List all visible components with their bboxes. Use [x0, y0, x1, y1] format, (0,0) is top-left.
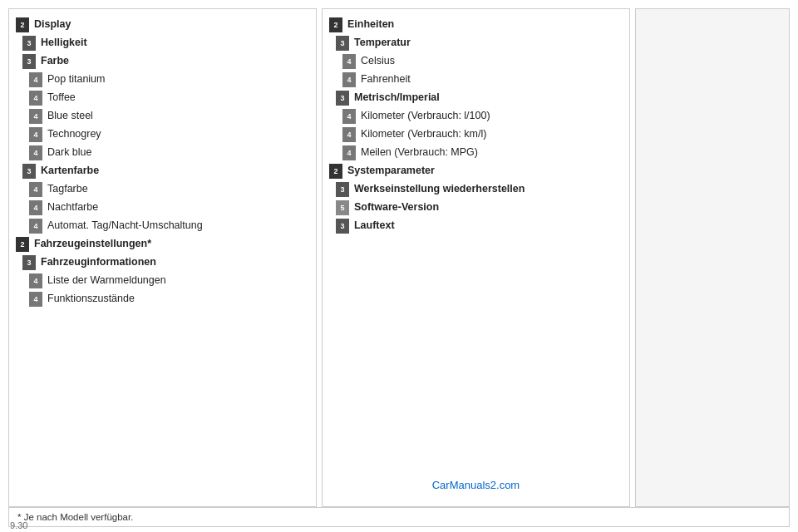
middle-column: 2Einheiten3Temperatur4Celsius4Fahrenheit… — [322, 8, 630, 507]
level-badge: 4 — [29, 273, 42, 288]
level-badge: 3 — [336, 91, 349, 106]
list-item: 3Lauftext — [329, 219, 623, 234]
level-badge: 3 — [336, 36, 349, 51]
left-menu: 2Display3Helligkeit3Farbe4Pop titanium4T… — [16, 17, 309, 307]
list-item: 3Farbe — [16, 54, 309, 69]
level-badge: 4 — [29, 109, 42, 124]
level-badge: 3 — [336, 219, 349, 234]
list-item: 4Fahrenheit — [329, 72, 623, 87]
page: 2Display3Helligkeit3Farbe4Pop titanium4T… — [0, 0, 798, 532]
item-label: Blue steel — [47, 109, 93, 123]
carmanuals-link[interactable]: CarManuals2.com — [323, 479, 629, 491]
list-item: 4Nachtfarbe — [16, 200, 309, 215]
list-item: 2Fahrzeugeinstellungen* — [16, 237, 309, 252]
item-label: Farbe — [41, 54, 69, 68]
level-badge: 2 — [16, 17, 29, 32]
item-label: Kartenfarbe — [41, 164, 99, 178]
list-item: 4Dark blue — [16, 145, 309, 160]
list-item: 4Funktionszustände — [16, 292, 309, 307]
footer-note: * Je nach Modell verfügbar. — [8, 507, 790, 527]
list-item: 4Tagfarbe — [16, 182, 309, 197]
list-item: 3Helligkeit — [16, 36, 309, 51]
item-label: Fahrenheit — [361, 72, 411, 86]
list-item: 3Metrisch/Imperial — [329, 91, 623, 106]
level-badge: 3 — [336, 182, 349, 197]
item-label: Celsius — [361, 54, 395, 68]
list-item: 4Liste der Warnmeldungen — [16, 273, 309, 288]
item-label: Technogrey — [47, 127, 101, 141]
item-label: Helligkeit — [41, 36, 87, 50]
list-item: 4Toffee — [16, 91, 309, 106]
main-content: 2Display3Helligkeit3Farbe4Pop titanium4T… — [0, 0, 798, 507]
level-badge: 4 — [29, 200, 42, 215]
item-label: Lauftext — [354, 219, 395, 233]
middle-menu: 2Einheiten3Temperatur4Celsius4Fahrenheit… — [329, 17, 623, 234]
page-number: 9.30 — [10, 520, 27, 530]
level-badge: 2 — [329, 164, 342, 179]
list-item: 3Fahrzeuginformationen — [16, 255, 309, 270]
level-badge: 4 — [342, 109, 356, 124]
item-label: Einheiten — [347, 17, 394, 32]
list-item: 4Celsius — [329, 54, 623, 69]
list-item: 4Kilometer (Verbrauch: km/l) — [329, 127, 623, 142]
item-label: Kilometer (Verbrauch: km/l) — [361, 127, 486, 141]
item-label: Liste der Warnmeldungen — [47, 273, 166, 288]
level-badge: 4 — [342, 72, 356, 87]
level-badge: 2 — [16, 237, 29, 252]
right-column — [635, 8, 790, 507]
list-item: 3Kartenfarbe — [16, 164, 309, 179]
item-label: Metrisch/Imperial — [354, 91, 440, 105]
level-badge: 4 — [29, 91, 42, 106]
level-badge: 3 — [22, 54, 36, 69]
list-item: 4Blue steel — [16, 109, 309, 124]
list-item: 2Display — [16, 17, 309, 32]
level-badge: 4 — [342, 127, 356, 142]
item-label: Werkseinstellung wiederherstellen — [354, 182, 525, 196]
list-item: 3Temperatur — [329, 36, 623, 51]
list-item: 4Kilometer (Verbrauch: l/100) — [329, 109, 623, 124]
item-label: Kilometer (Verbrauch: l/100) — [361, 109, 490, 123]
level-badge: 3 — [22, 255, 36, 270]
list-item: 2Einheiten — [329, 17, 623, 32]
level-badge: 3 — [22, 164, 36, 179]
level-badge: 4 — [29, 127, 42, 142]
level-badge: 4 — [29, 182, 42, 197]
level-badge: 4 — [29, 145, 42, 160]
list-item: 4Automat. Tag/Nacht-Umschaltung — [16, 219, 309, 234]
level-badge: 4 — [29, 72, 42, 87]
item-label: Temperatur — [354, 36, 411, 50]
level-badge: 3 — [22, 36, 36, 51]
list-item: 2Systemparameter — [329, 164, 623, 179]
level-badge: 5 — [336, 200, 349, 215]
item-label: Nachtfarbe — [47, 200, 98, 214]
item-label: Toffee — [47, 91, 76, 105]
item-label: Automat. Tag/Nacht-Umschaltung — [47, 219, 203, 233]
list-item: 4Pop titanium — [16, 72, 309, 87]
item-label: Funktionszustände — [47, 292, 135, 306]
list-item: 4Meilen (Verbrauch: MPG) — [329, 145, 623, 160]
level-badge: 4 — [29, 292, 42, 307]
item-label: Display — [34, 17, 71, 32]
item-label: Meilen (Verbrauch: MPG) — [361, 145, 478, 160]
item-label: Pop titanium — [47, 72, 105, 86]
item-label: Software-Version — [354, 200, 439, 214]
footer-text: * Je nach Modell verfügbar. — [17, 512, 133, 522]
level-badge: 4 — [29, 219, 42, 234]
level-badge: 4 — [342, 145, 356, 160]
list-item: 5Software-Version — [329, 200, 623, 215]
list-item: 3Werkseinstellung wiederherstellen — [329, 182, 623, 197]
level-badge: 2 — [329, 17, 342, 32]
level-badge: 4 — [342, 54, 356, 69]
item-label: Dark blue — [47, 145, 92, 160]
left-column: 2Display3Helligkeit3Farbe4Pop titanium4T… — [8, 8, 317, 507]
item-label: Systemparameter — [347, 164, 435, 178]
item-label: Fahrzeugeinstellungen* — [34, 237, 151, 251]
item-label: Tagfarbe — [47, 182, 88, 196]
list-item: 4Technogrey — [16, 127, 309, 142]
item-label: Fahrzeuginformationen — [41, 255, 156, 269]
